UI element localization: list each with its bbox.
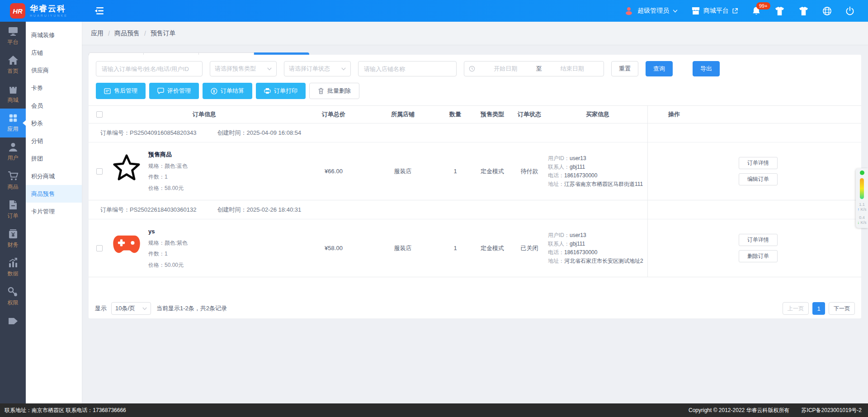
language-button[interactable]	[822, 6, 832, 16]
order-presale-type: 定金模式	[474, 167, 511, 175]
order-delete-button[interactable]: 删除订单	[739, 250, 778, 262]
rail-item-home[interactable]: 首页	[0, 51, 26, 80]
order-status: 待付款	[511, 167, 548, 175]
sidebar-item-shops[interactable]: 店铺	[26, 44, 82, 62]
after-sale-button[interactable]: 售后管理	[96, 83, 146, 99]
col-actions: 操作	[647, 106, 861, 123]
sidebar-item-card-manage[interactable]: 卡片管理	[26, 203, 82, 220]
rail-item-platform[interactable]: 平台	[0, 22, 26, 51]
date-range-picker[interactable]: 开始日期 至 结束日期	[464, 61, 604, 76]
rail-item-data[interactable]: 数据	[0, 253, 26, 282]
product-name: ys	[148, 227, 188, 236]
order-detail-button[interactable]: 订单详情	[739, 234, 778, 246]
order-print-button[interactable]: 订单打印	[256, 83, 306, 99]
breadcrumb-bar: 应用 / 商品预售 / 预售订单	[82, 22, 868, 45]
sidebar-item-presale[interactable]: 商品预售	[26, 185, 82, 203]
order-meta-row: 订单编号：PS250409160854820343 创建时间：2025-04-0…	[89, 123, 861, 142]
order-edit-button[interactable]: 编辑订单	[739, 173, 778, 185]
notifications-button[interactable]: 99+	[752, 6, 761, 16]
download-speed: 0.4 ↓ K/s	[857, 215, 866, 225]
footer-icp[interactable]: 苏ICP备2023001019号-2	[802, 407, 862, 414]
trash-icon	[318, 88, 324, 94]
order-status-select[interactable]: 请选择订单状态	[284, 61, 351, 76]
rail-label: 商品	[8, 183, 19, 191]
rail-item-more[interactable]	[0, 311, 26, 329]
rail-item-apps[interactable]: 应用	[0, 109, 26, 137]
row-actions: 订单详情 编辑订单	[647, 142, 861, 200]
product-image-gamepad	[112, 230, 141, 259]
rail-label: 用户	[8, 154, 19, 162]
presale-type-select[interactable]: 请选择预售类型	[210, 61, 277, 76]
secondary-sidebar: 商城装修 店铺 供应商 卡券 会员 秒杀 分销 拼团 积分商城 商品预售 卡片管…	[26, 22, 82, 403]
date-to-label: 至	[536, 65, 542, 73]
sidebar-item-suppliers[interactable]: 供应商	[26, 62, 82, 79]
rail-item-mall[interactable]: 商城	[0, 80, 26, 109]
speed-gauge-bar	[860, 178, 864, 199]
next-page-button[interactable]: 下一页	[829, 302, 855, 315]
batch-delete-button[interactable]: 批量删除	[309, 83, 359, 99]
col-store: 所属店铺	[369, 110, 437, 118]
rail-label: 应用	[8, 125, 19, 133]
keyword-input[interactable]	[96, 61, 203, 76]
order-store: 服装店	[369, 167, 437, 175]
app-logo[interactable]: HR 华睿云科 HUARUIYUNKE	[0, 3, 90, 19]
sidebar-item-points-mall[interactable]: 积分商城	[26, 167, 82, 185]
rail-item-orders[interactable]: 订单	[0, 195, 26, 224]
topbar: HR 华睿云科 HUARUIYUNKE 超级管理员	[0, 0, 868, 22]
reset-button[interactable]: 重置	[611, 61, 638, 76]
order-qty: 1	[437, 168, 474, 175]
store-name-input[interactable]	[358, 61, 457, 76]
sidebar-item-mall-design[interactable]: 商城装修	[26, 26, 82, 44]
net-speed-widget[interactable]: 1.1 ↑ K/s 0.4 ↓ K/s	[856, 168, 868, 228]
breadcrumb-separator: /	[108, 30, 110, 37]
order-no: 订单编号：PS250226184030360132	[100, 206, 196, 214]
clock-icon	[469, 66, 475, 72]
select-all-checkbox[interactable]	[96, 111, 103, 118]
row-checkbox[interactable]	[96, 168, 103, 175]
sidebar-collapse-icon[interactable]	[94, 7, 104, 15]
breadcrumb-item[interactable]: 商品预售	[114, 29, 140, 38]
store-goods-button[interactable]	[798, 6, 809, 16]
rail-label: 财务	[8, 241, 19, 249]
logout-button[interactable]	[845, 6, 854, 16]
rail-item-permissions[interactable]: 权限	[0, 282, 26, 311]
rail-label: 首页	[8, 67, 19, 75]
sidebar-item-flash-sale[interactable]: 秒杀	[26, 114, 82, 132]
product-spec: 规格：颜色:蓝色	[148, 162, 188, 171]
rail-item-finance[interactable]: 财务	[0, 224, 26, 253]
home-icon	[8, 55, 19, 65]
page-size-select[interactable]: 10条/页	[111, 302, 151, 315]
rail-item-users[interactable]: 用户	[0, 137, 26, 166]
chevron-down-icon	[673, 9, 678, 13]
down-arrow-icon: ↓	[857, 220, 859, 225]
platform-link[interactable]: 商城平台	[691, 7, 738, 15]
sidebar-item-group-buy[interactable]: 拼团	[26, 150, 82, 167]
search-button[interactable]: 查询	[646, 61, 673, 76]
sidebar-item-distribution[interactable]: 分销	[26, 132, 82, 150]
review-manage-button[interactable]: 评价管理	[149, 83, 199, 99]
order-detail-button[interactable]: 订单详情	[739, 157, 778, 169]
cart-icon	[8, 171, 19, 181]
pagination-summary: 当前显示1-2条，共2条记录	[156, 304, 227, 313]
rail-item-goods[interactable]: 商品	[0, 166, 26, 195]
row-checkbox[interactable]	[96, 245, 103, 251]
sidebar-item-members[interactable]: 会员	[26, 97, 82, 114]
prev-page-button[interactable]: 上一页	[783, 302, 809, 315]
footer-copyright: Copyright © 2012-2022 华睿云科版权所有	[689, 407, 790, 414]
breadcrumb-item[interactable]: 应用	[91, 29, 104, 38]
rail-label: 数据	[8, 270, 19, 278]
page-number-1[interactable]: 1	[812, 302, 825, 315]
order-settle-button[interactable]: 订单结算	[203, 83, 252, 99]
buyer-info: 用户ID：user13 联系人：gbj111 电话：18616730000 地址…	[548, 154, 647, 189]
orders-card: 请选择预售类型 请选择订单状态 开始日期 至 结束日期 重置 查询 导出	[89, 55, 861, 309]
rail-label: 商城	[8, 96, 19, 104]
sidebar-item-coupons[interactable]: 卡券	[26, 79, 82, 97]
logo-subtitle: HUARUIYUNKE	[30, 14, 68, 17]
order-print-label: 订单打印	[274, 87, 297, 95]
user-menu[interactable]: 超级管理员	[624, 6, 678, 16]
review-manage-label: 评价管理	[167, 87, 191, 95]
goods-shortcut-button[interactable]	[774, 6, 785, 16]
table-row: 预售商品 规格：颜色:蓝色 件数：1 价格：58.00元 ¥66.00 服装店 …	[89, 142, 861, 200]
product-price: 价格：50.00元	[148, 261, 188, 270]
export-button[interactable]: 导出	[693, 61, 720, 76]
